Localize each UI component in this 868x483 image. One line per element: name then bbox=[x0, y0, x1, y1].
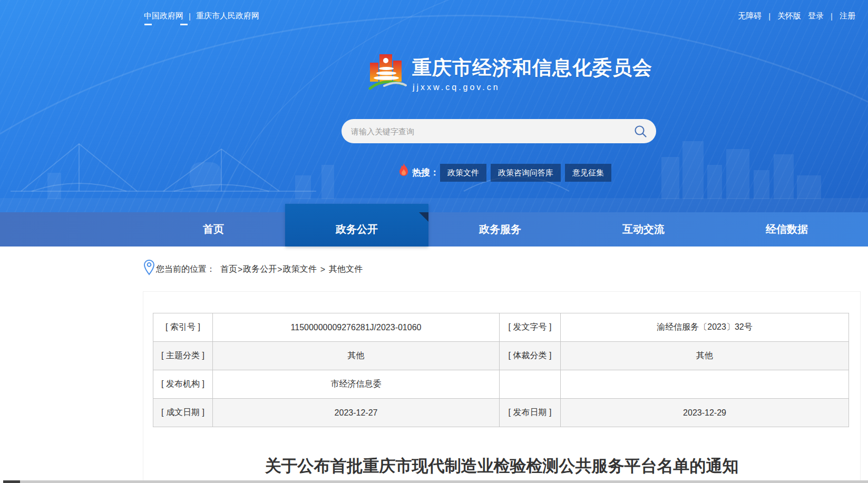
breadcrumb-separator: > bbox=[238, 265, 242, 274]
link-chongqing-gov[interactable]: 重庆市人民政府网 bbox=[196, 11, 259, 21]
nav-item-government-affairs[interactable]: 政务公开 bbox=[285, 212, 428, 247]
meta-value-publish-date: 2023-12-29 bbox=[561, 399, 849, 427]
meta-value-index-number: 11500000009276281J/2023-01060 bbox=[213, 313, 500, 342]
hot-link-policy-qa[interactable]: 政策咨询问答库 bbox=[491, 164, 561, 182]
meta-value-topic-category: 其他 bbox=[213, 342, 500, 370]
meta-label-issuing-agency: [ 发布机构 ] bbox=[153, 370, 213, 399]
meta-label-document-number: [ 发文字号 ] bbox=[500, 313, 561, 342]
link-login[interactable]: 登录 bbox=[808, 11, 824, 21]
location-pin-icon bbox=[143, 259, 155, 276]
meta-label-empty bbox=[500, 370, 561, 399]
hot-search-links: 政策文件 政策咨询问答库 意见征集 bbox=[440, 164, 611, 182]
meta-value-genre-category: 其他 bbox=[561, 342, 849, 370]
search-input[interactable] bbox=[342, 119, 656, 143]
document-meta-table: [ 索引号 ] 11500000009276281J/2023-01060 [ … bbox=[153, 313, 849, 427]
crumb-home[interactable]: 首页 bbox=[220, 264, 237, 275]
page: 中国政府网 | 重庆市人民政府网 无障碍 | 关怀版 登录 | 注册 bbox=[0, 0, 868, 483]
divider: | bbox=[831, 12, 833, 21]
meta-value-written-date: 2023-12-27 bbox=[213, 399, 500, 427]
breadcrumb: 您当前的位置： 首页 > 政务公开 > 政策文件 > 其他文件 bbox=[156, 264, 363, 275]
meta-label-genre-category: [ 体裁分类 ] bbox=[500, 342, 561, 370]
meta-label-topic-category: [ 主题分类 ] bbox=[153, 342, 213, 370]
divider: | bbox=[189, 12, 191, 21]
breadcrumb-separator: > bbox=[320, 265, 325, 274]
hot-link-opinion-collection[interactable]: 意见征集 bbox=[565, 164, 611, 182]
link-register[interactable]: 注册 bbox=[840, 11, 855, 21]
meta-label-index-number: [ 索引号 ] bbox=[153, 313, 213, 342]
topbar-left-links: 中国政府网 | 重庆市人民政府网 bbox=[144, 11, 259, 21]
hot-search-label: 热搜： bbox=[412, 166, 439, 179]
divider: | bbox=[768, 12, 771, 21]
nav-item-government-services[interactable]: 政务服务 bbox=[428, 212, 572, 247]
meta-value-issuing-agency: 市经济信息委 bbox=[213, 370, 500, 399]
underline-mark bbox=[180, 24, 188, 25]
site-header: 中国政府网 | 重庆市人民政府网 无障碍 | 关怀版 登录 | 注册 bbox=[0, 0, 868, 212]
crumb-other-documents[interactable]: 其他文件 bbox=[329, 264, 363, 275]
nav-item-economic-data[interactable]: 经信数据 bbox=[715, 212, 859, 247]
underline-mark bbox=[144, 24, 152, 25]
link-china-gov[interactable]: 中国政府网 bbox=[144, 11, 183, 21]
crumb-policy-documents[interactable]: 政策文件 bbox=[283, 264, 317, 275]
search-bar bbox=[342, 119, 656, 143]
table-row: [ 主题分类 ] 其他 [ 体裁分类 ] 其他 bbox=[153, 342, 849, 370]
nav-item-home[interactable]: 首页 bbox=[142, 212, 285, 247]
hot-link-policy-documents[interactable]: 政策文件 bbox=[440, 164, 486, 182]
article-title: 关于公布首批重庆市现代制造业检验检测公共服务平台名单的通知 bbox=[143, 455, 861, 477]
page-bottom-edge bbox=[20, 480, 868, 483]
flame-icon bbox=[397, 163, 410, 179]
search-icon[interactable] bbox=[633, 124, 647, 138]
site-domain: jjxxw.cq.gov.cn bbox=[413, 83, 500, 92]
table-row: [ 成文日期 ] 2023-12-27 [ 发布日期 ] 2023-12-29 bbox=[153, 399, 849, 427]
topbar-right-links: 无障碍 | 关怀版 登录 | 注册 bbox=[738, 11, 855, 21]
breadcrumb-separator: > bbox=[277, 265, 282, 274]
meta-label-publish-date: [ 发布日期 ] bbox=[500, 399, 561, 427]
nav-item-interaction[interactable]: 互动交流 bbox=[572, 212, 715, 247]
government-building-logo-icon bbox=[368, 51, 407, 96]
link-accessibility[interactable]: 无障碍 bbox=[738, 11, 762, 21]
meta-value-empty bbox=[561, 370, 849, 399]
table-row: [ 索引号 ] 11500000009276281J/2023-01060 [ … bbox=[153, 313, 849, 342]
breadcrumb-label: 您当前的位置： bbox=[156, 264, 215, 275]
main-nav: 首页 政务公开 政务服务 互动交流 经信数据 bbox=[0, 212, 868, 247]
meta-value-document-number: 渝经信服务〔2023〕32号 bbox=[561, 313, 849, 342]
site-title: 重庆市经济和信息化委员会 bbox=[412, 55, 652, 81]
link-care-version[interactable]: 关怀版 bbox=[777, 11, 801, 21]
crumb-government-affairs[interactable]: 政务公开 bbox=[243, 264, 277, 275]
meta-label-written-date: [ 成文日期 ] bbox=[153, 399, 213, 427]
page-bottom-edge-dark bbox=[3, 480, 20, 483]
table-row: [ 发布机构 ] 市经济信息委 bbox=[153, 370, 849, 399]
